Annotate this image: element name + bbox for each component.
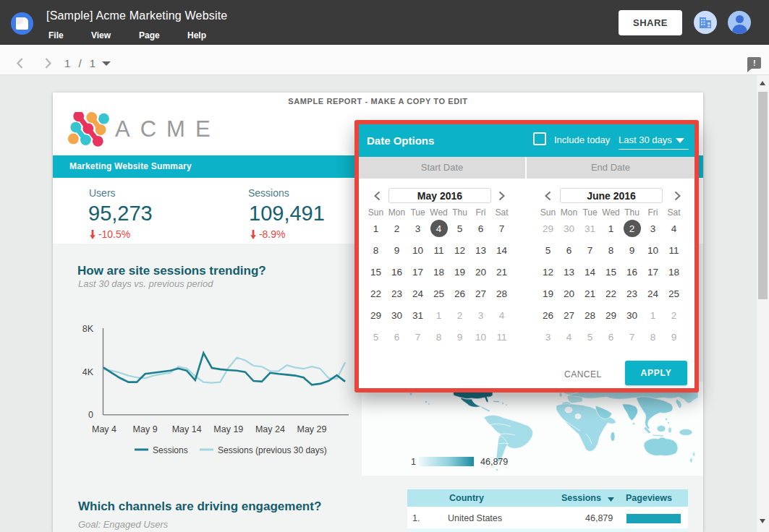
svg-text:May 29: May 29 bbox=[297, 424, 327, 434]
svg-text:4K: 4K bbox=[82, 367, 94, 377]
svg-text:Sessions: Sessions bbox=[153, 445, 188, 455]
svg-text:8K: 8K bbox=[82, 324, 94, 334]
svg-text:May 14: May 14 bbox=[172, 424, 202, 434]
svg-text:May 9: May 9 bbox=[133, 424, 158, 434]
svg-text:May 24: May 24 bbox=[255, 424, 285, 434]
svg-text:Sessions (previous 30 days): Sessions (previous 30 days) bbox=[218, 445, 327, 455]
svg-text:0: 0 bbox=[88, 410, 93, 420]
svg-text:May 19: May 19 bbox=[213, 424, 243, 434]
svg-text:May 4: May 4 bbox=[92, 424, 116, 434]
